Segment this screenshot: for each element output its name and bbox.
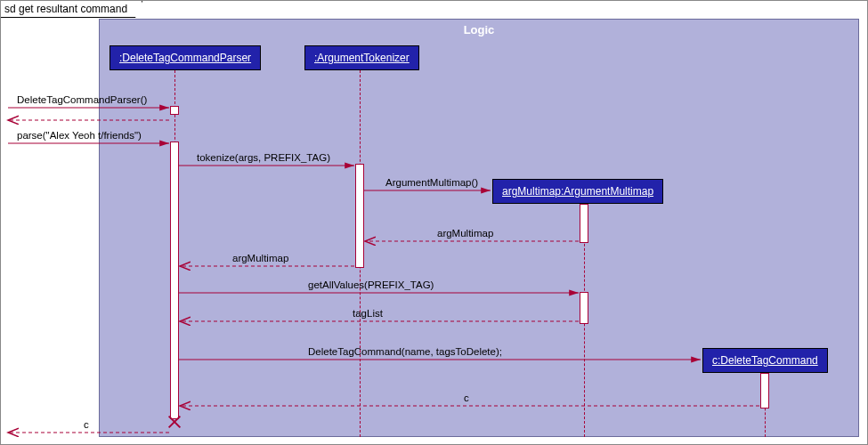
destroy-parser — [168, 416, 181, 428]
msg-parse: parse("Alex Yeoh t/friends") — [17, 130, 142, 141]
activation-command — [760, 373, 769, 409]
participant-command-label: c:DeleteTagCommand — [712, 354, 818, 367]
activation-parser-parse — [170, 142, 179, 419]
participant-multimap-label: argMultimap:ArgumentMultimap — [502, 185, 653, 198]
msg-getallvalues: getAllValues(PREFIX_TAG) — [308, 279, 434, 290]
msg-return-c-1: c — [464, 392, 469, 403]
participant-tokenizer-label: :ArgumentTokenizer — [314, 52, 410, 64]
activation-multimap-ctor — [580, 204, 588, 243]
msg-argmultimap-ctor: ArgumentMultimap() — [385, 177, 478, 188]
logic-title: Logic — [464, 23, 495, 36]
participant-parser-label: :DeleteTagCommandParser — [119, 52, 251, 64]
msg-deletetagcmd: DeleteTagCommand(name, tagsToDelete); — [308, 346, 502, 357]
msg-return-c-2: c — [84, 419, 89, 430]
msg-return-multimap-1: argMultimap — [437, 228, 493, 239]
frame-title: sd get resultant command — [1, 1, 142, 18]
participant-parser: :DeleteTagCommandParser — [110, 45, 261, 70]
participant-command: c:DeleteTagCommand — [702, 348, 828, 373]
participant-multimap: argMultimap:ArgumentMultimap — [492, 179, 663, 204]
frame-title-text: sd get resultant command — [4, 3, 127, 15]
activation-tokenizer — [355, 164, 364, 268]
msg-ctor-parser: DeleteTagCommandParser() — [17, 94, 147, 105]
activation-parser-ctor — [170, 106, 179, 115]
activation-multimap-getvals — [580, 292, 588, 324]
msg-return-taglist: tagList — [353, 308, 383, 319]
msg-return-multimap-2: argMultimap — [232, 253, 288, 263]
participant-tokenizer: :ArgumentTokenizer — [304, 45, 419, 70]
msg-tokenize: tokenize(args, PREFIX_TAG) — [197, 152, 330, 163]
